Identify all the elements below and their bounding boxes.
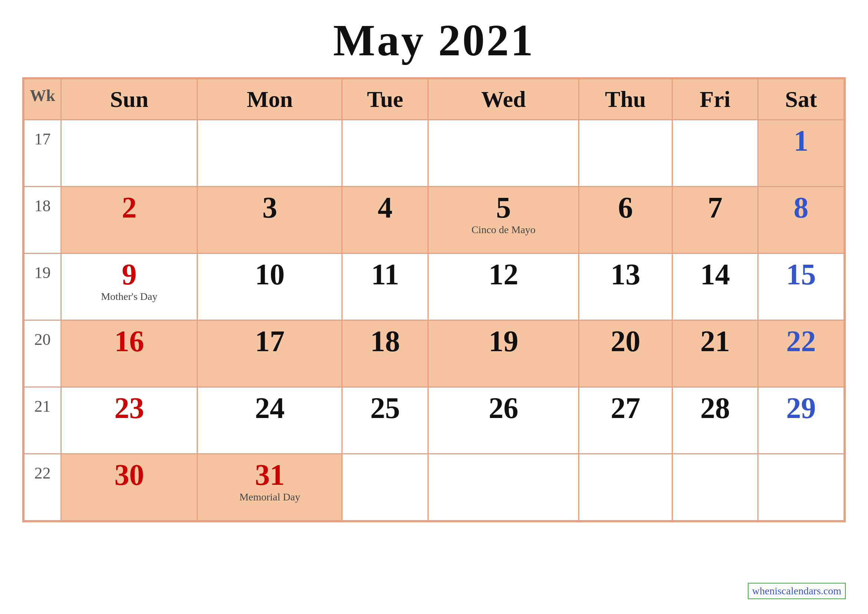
day-number: 15 xyxy=(766,259,836,289)
day-cell: 25 xyxy=(342,387,428,454)
watermark[interactable]: wheniscalendars.com xyxy=(748,583,846,599)
day-cell: 21 xyxy=(672,320,758,387)
header-sat: Sat xyxy=(758,79,844,120)
week-number: 18 xyxy=(24,187,61,254)
week-number: 21 xyxy=(24,387,61,454)
header-tue: Tue xyxy=(342,79,428,120)
calendar-row: 2016171819202122 xyxy=(24,320,844,387)
day-number: 16 xyxy=(69,326,189,356)
day-cell xyxy=(428,120,579,187)
day-number: 13 xyxy=(587,259,664,289)
day-cell: 6 xyxy=(579,187,672,254)
day-number: 10 xyxy=(205,259,334,289)
day-number: 27 xyxy=(587,393,664,423)
day-cell: 22 xyxy=(758,320,844,387)
calendar-row: 223031Memorial Day xyxy=(24,454,844,521)
day-cell: 15 xyxy=(758,254,844,320)
day-cell: 11 xyxy=(342,254,428,320)
day-number: 5 xyxy=(436,193,571,222)
calendar-row: 2123242526272829 xyxy=(24,387,844,454)
calendar-row: 182345Cinco de Mayo678 xyxy=(24,187,844,254)
calendar-row: 171 xyxy=(24,120,844,187)
day-number: 1 xyxy=(766,126,836,155)
day-cell xyxy=(342,454,428,521)
day-cell xyxy=(672,454,758,521)
day-cell: 18 xyxy=(342,320,428,387)
day-cell: 31Memorial Day xyxy=(197,454,342,521)
day-cell xyxy=(61,120,197,187)
day-cell: 2 xyxy=(61,187,197,254)
week-number: 20 xyxy=(24,320,61,387)
day-cell: 26 xyxy=(428,387,579,454)
day-number: 12 xyxy=(436,259,571,289)
watermark-link[interactable]: wheniscalendars.com xyxy=(748,583,846,599)
day-cell: 10 xyxy=(197,254,342,320)
day-cell: 5Cinco de Mayo xyxy=(428,187,579,254)
day-cell: 4 xyxy=(342,187,428,254)
day-cell: 16 xyxy=(61,320,197,387)
calendar-row: 199Mother's Day101112131415 xyxy=(24,254,844,320)
day-number: 3 xyxy=(205,193,334,222)
day-cell: 27 xyxy=(579,387,672,454)
header-sun: Sun xyxy=(61,79,197,120)
page-title: May 2021 xyxy=(333,15,535,66)
day-cell: 29 xyxy=(758,387,844,454)
day-number: 28 xyxy=(680,393,750,423)
day-cell: 30 xyxy=(61,454,197,521)
day-number: 24 xyxy=(205,393,334,423)
day-number: 26 xyxy=(436,393,571,423)
day-cell: 20 xyxy=(579,320,672,387)
day-number: 20 xyxy=(587,326,664,356)
day-number: 29 xyxy=(766,393,836,423)
day-cell xyxy=(579,120,672,187)
day-number: 17 xyxy=(205,326,334,356)
day-number: 21 xyxy=(680,326,750,356)
day-number: 31 xyxy=(205,460,334,490)
day-number: 23 xyxy=(69,393,189,423)
day-number: 8 xyxy=(766,193,836,222)
week-number: 17 xyxy=(24,120,61,187)
holiday-label: Mother's Day xyxy=(69,291,189,302)
week-number: 22 xyxy=(24,454,61,521)
day-number: 6 xyxy=(587,193,664,222)
day-cell: 14 xyxy=(672,254,758,320)
day-cell xyxy=(428,454,579,521)
day-number: 22 xyxy=(766,326,836,356)
header-fri: Fri xyxy=(672,79,758,120)
day-number: 2 xyxy=(69,193,189,222)
header-mon: Mon xyxy=(197,79,342,120)
day-cell: 1 xyxy=(758,120,844,187)
day-cell: 23 xyxy=(61,387,197,454)
header-thu: Thu xyxy=(579,79,672,120)
calendar: Wk Sun Mon Tue Wed Thu Fri Sat 171182345… xyxy=(22,77,846,522)
day-cell xyxy=(579,454,672,521)
day-cell: 12 xyxy=(428,254,579,320)
day-cell: 7 xyxy=(672,187,758,254)
header-wed: Wed xyxy=(428,79,579,120)
day-cell xyxy=(197,120,342,187)
day-cell: 3 xyxy=(197,187,342,254)
header-wk: Wk xyxy=(24,79,61,120)
day-number: 25 xyxy=(350,393,420,423)
day-number: 30 xyxy=(69,460,189,490)
day-number: 4 xyxy=(350,193,420,222)
holiday-label: Cinco de Mayo xyxy=(436,224,571,236)
holiday-label: Memorial Day xyxy=(205,491,334,503)
day-number: 19 xyxy=(436,326,571,356)
day-number: 7 xyxy=(680,193,750,222)
day-cell: 28 xyxy=(672,387,758,454)
day-cell xyxy=(672,120,758,187)
day-number: 9 xyxy=(69,259,189,289)
day-cell: 17 xyxy=(197,320,342,387)
day-cell xyxy=(342,120,428,187)
day-cell: 13 xyxy=(579,254,672,320)
day-number: 18 xyxy=(350,326,420,356)
calendar-header-row: Wk Sun Mon Tue Wed Thu Fri Sat xyxy=(24,79,844,120)
day-cell xyxy=(758,454,844,521)
day-number: 14 xyxy=(680,259,750,289)
day-number: 11 xyxy=(350,259,420,289)
day-cell: 24 xyxy=(197,387,342,454)
day-cell: 9Mother's Day xyxy=(61,254,197,320)
week-number: 19 xyxy=(24,254,61,320)
day-cell: 8 xyxy=(758,187,844,254)
